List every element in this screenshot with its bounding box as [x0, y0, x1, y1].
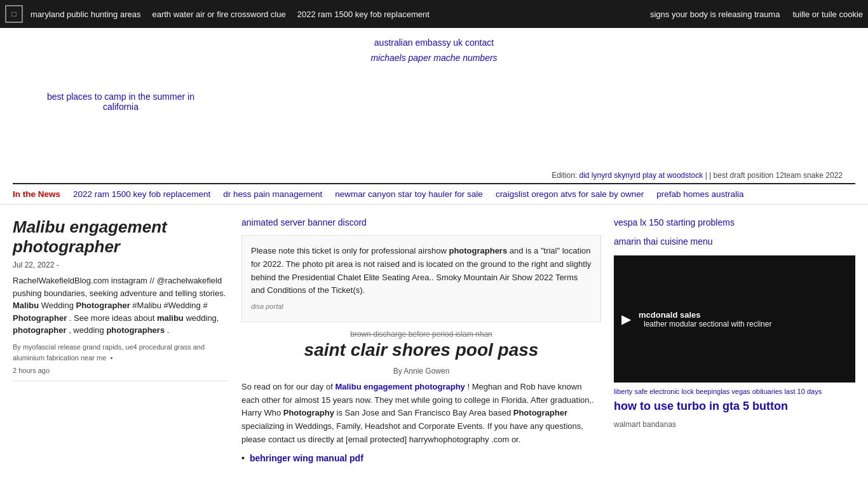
mid-main-bold: Malibu engagement photography	[335, 382, 465, 391]
embassy-link[interactable]: australian embassy uk contact	[374, 37, 494, 48]
news-nav-item-craigslist[interactable]: craigslist oregon atvs for sale by owner	[496, 189, 644, 199]
right-headline-link[interactable]: how to use turbo in gta 5 button	[614, 399, 855, 414]
nav-link-keyfob[interactable]: 2022 ram 1500 key fob replacement	[297, 10, 430, 19]
mid-block-airshow: Please note this ticket is only for prof…	[241, 235, 601, 322]
mid-overlay-sub: brown discharge before period islam nhan	[241, 330, 601, 339]
mache-link[interactable]: michaels paper mache numbers	[13, 53, 855, 63]
video-sub-links: liberty safe electronic lock beepinglas …	[614, 388, 855, 395]
video-play-button[interactable]: ▶	[614, 311, 639, 327]
news-nav-item-hess[interactable]: dr hess pain management	[223, 189, 322, 199]
camp-link-container: best places to camp in the summer in cal…	[38, 92, 203, 112]
news-nav-item-ram[interactable]: 2022 ram 1500 key fob replacement	[73, 189, 210, 199]
article-date: Jul 22, 2022 -	[13, 261, 229, 269]
right-column: vespa lx 150 starting problems amarin th…	[614, 217, 855, 429]
article-divider	[13, 381, 229, 381]
mid-main-text: So read on for our day of Malibu engagem…	[241, 381, 601, 447]
nav-link-trauma[interactable]: signs your body is releasing trauma	[650, 10, 780, 19]
article-description: RachelWakefieldBlog.com instagram // @ra…	[13, 274, 229, 337]
middle-column: animated server banner discord Please no…	[241, 217, 601, 463]
video-info: mcdonald sales leather modular sectional…	[639, 310, 771, 329]
article-title: Malibu engagement photographer	[13, 217, 229, 257]
article-time: 2 hours ago	[13, 367, 229, 374]
mid-main-intro: So read on for our day of	[241, 382, 335, 391]
nav-right-links: signs your body is releasing trauma tuil…	[650, 10, 863, 19]
edition-snake: | best draft position 12team snake 2022	[709, 171, 843, 180]
right-link-vespa[interactable]: vespa lx 150 starting problems	[614, 217, 855, 227]
article-text4: wedding,	[186, 313, 219, 323]
mid-bullet-link[interactable]: behringer wing manual pdf	[241, 453, 601, 463]
mid-block-source: disa portal	[251, 301, 592, 313]
article-meta: By myofascial release grand rapids, ue4 …	[13, 342, 229, 364]
article-bold-photographer3: photographer	[13, 325, 67, 335]
news-nav-item-newmar[interactable]: newmar canyon star toy hauler for sale	[335, 189, 483, 199]
video-title: mcdonald sales	[639, 310, 771, 320]
news-navigation: In the News 2022 ram 1500 key fob replac…	[0, 184, 868, 205]
article-text1: Wedding	[41, 301, 76, 310]
mid-overlay-title: saint clair shores pool pass	[241, 340, 601, 360]
edition-link[interactable]: did lynyrd skynyrd play at woodstock	[580, 171, 703, 180]
article-bold-photographer: Photographer	[76, 301, 130, 310]
nav-link-hunting[interactable]: maryland public hunting areas	[31, 10, 140, 19]
article-bold-photographers: photographers	[106, 325, 165, 335]
nav-link-crossword[interactable]: earth water air or fire crossword clue	[152, 10, 285, 19]
article-text6: .	[167, 325, 170, 335]
top-navigation: □ maryland public hunting areas earth wa…	[0, 0, 868, 28]
mid-author: By Annie Gowen	[241, 367, 601, 376]
video-caption: leather modular sectional with recliner	[644, 320, 771, 329]
right-more-text: walmart bandanas	[614, 420, 855, 429]
main-content: Malibu engagement photographer Jul 22, 2…	[0, 205, 868, 463]
nav-link-cookie[interactable]: tuille or tuile cookie	[792, 10, 863, 19]
mid-overlay-section: brown discharge before period islam nhan…	[241, 330, 601, 360]
mid-main-bold-link[interactable]: Malibu engagement photography	[335, 382, 465, 391]
article-bold-photographer2: Photographer	[13, 313, 67, 323]
nav-square-icon[interactable]: □	[5, 5, 23, 23]
news-nav-item-in-the-news[interactable]: In the News	[13, 189, 60, 199]
camp-link[interactable]: best places to camp in the summer in cal…	[47, 92, 194, 112]
nav-links: maryland public hunting areas earth wate…	[31, 10, 642, 19]
video-block[interactable]: ▶ mcdonald sales leather modular section…	[614, 255, 855, 383]
right-link-amarin[interactable]: amarin thai cuisine menu	[614, 236, 855, 247]
edition-line: Edition: did lynyrd skynyrd play at wood…	[13, 168, 855, 184]
video-sub-link[interactable]: liberty safe electronic lock beepinglas …	[614, 388, 822, 395]
article-text3: . See more ideas about	[69, 313, 157, 323]
mid-top-link[interactable]: animated server banner discord	[241, 217, 601, 227]
left-column: Malibu engagement photographer Jul 22, 2…	[13, 217, 229, 388]
article-source: RachelWakefieldBlog.com instagram // @ra…	[13, 276, 226, 298]
article-text2: #Malibu #Wedding #	[132, 301, 207, 310]
centered-links-section: australian embassy uk contact michaels p…	[13, 28, 855, 66]
article-text5: , wedding	[69, 325, 106, 335]
article-bold-malibu: Malibu	[13, 301, 39, 310]
mid-block-text: Please note this ticket is only for prof…	[251, 245, 592, 297]
edition-prefix: Edition:	[552, 171, 577, 180]
article-bold-malibu2: malibu	[157, 313, 184, 323]
news-nav-item-prefab[interactable]: prefab homes australia	[656, 189, 743, 199]
